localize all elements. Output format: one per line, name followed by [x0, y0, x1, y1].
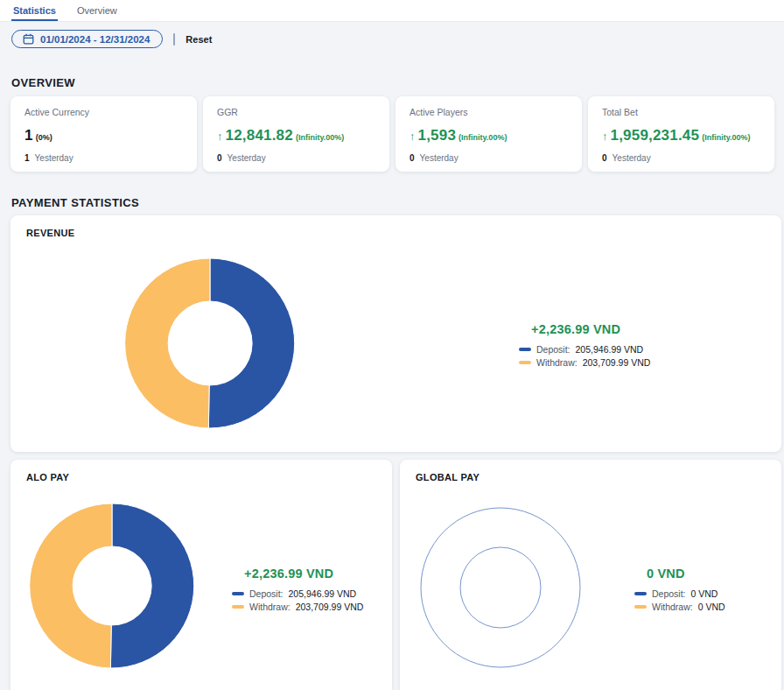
stat-value: 12,841.82	[226, 127, 293, 144]
deposit-swatch-icon	[232, 592, 244, 595]
alo-pay-donut-chart	[29, 503, 195, 672]
stat-percent: (Infinity.00%)	[458, 133, 507, 142]
alo-pay-legend: +2,236.99 VND Deposit: 205,946.99 VND Wi…	[232, 567, 363, 613]
stat-value-row: ↑ 1,593 (Infinity.00%)	[410, 127, 568, 144]
stat-yesterday-row: 1 Yesterday	[24, 153, 183, 163]
yesterday-label: Yesterday	[228, 153, 266, 163]
legend-label: Deposit:	[652, 588, 686, 599]
stat-value-row: ↑ 1,959,231.45 (Infinity.00%)	[602, 127, 760, 144]
legend-value: 0 VND	[691, 588, 718, 599]
alo-pay-panel-title: ALO PAY	[26, 472, 69, 482]
yesterday-label: Yesterday	[420, 153, 458, 163]
legend-label: Withdraw:	[536, 357, 578, 368]
legend-label: Withdraw:	[652, 602, 693, 612]
legend-value: 205,946.99 VND	[289, 588, 357, 599]
yesterday-value: 1	[24, 153, 30, 163]
withdraw-swatch-icon	[519, 361, 531, 364]
date-range-value: 01/01/2024 - 12/31/2024	[40, 34, 150, 45]
stat-card-ggr: GGR ↑ 12,841.82 (Infinity.00%) 0 Yesterd…	[203, 96, 389, 172]
stat-percent: (0%)	[36, 133, 52, 142]
trend-up-icon: ↑	[602, 130, 608, 143]
global-pay-total: 0 VND	[647, 567, 725, 581]
withdraw-swatch-icon	[232, 605, 244, 609]
alo-pay-total: +2,236.99 VND	[244, 567, 363, 581]
legend-row-withdraw: Withdraw: 203,709.99 VND	[519, 356, 650, 369]
global-pay-panel-title: GLOBAL PAY	[416, 472, 480, 482]
revenue-panel: REVENUE +2,236.99 VND Deposit: 205,946.9…	[10, 215, 781, 452]
reset-button[interactable]: Reset	[186, 34, 212, 45]
global-pay-donut-chart	[420, 507, 581, 672]
legend-value: 203,709.99 VND	[583, 357, 651, 368]
yesterday-label: Yesterday	[612, 153, 651, 163]
legend-row-withdraw: Withdraw: 203,709.99 VND	[232, 600, 363, 613]
trend-up-icon: ↑	[217, 130, 223, 143]
stat-label: GGR	[217, 107, 375, 117]
stat-yesterday-row: 0 Yesterday	[217, 153, 375, 163]
stat-card-active-currency: Active Currency 1 (0%) 1 Yesterday	[10, 96, 197, 172]
stat-value: 1	[24, 127, 33, 144]
global-pay-panel: GLOBAL PAY 0 VND Deposit: 0 VND Withdraw…	[400, 460, 781, 690]
date-range-button[interactable]: 01/01/2024 - 12/31/2024	[11, 30, 163, 48]
stat-card-total-bet: Total Bet ↑ 1,959,231.45 (Infinity.00%) …	[588, 96, 774, 172]
revenue-donut-chart	[124, 257, 296, 433]
yesterday-value: 0	[410, 153, 415, 163]
legend-label: Deposit:	[249, 588, 284, 599]
yesterday-label: Yesterday	[35, 153, 74, 163]
deposit-swatch-icon	[634, 592, 647, 595]
tab-statistics[interactable]: Statistics	[11, 1, 58, 21]
overview-heading: OVERVIEW	[0, 76, 784, 89]
top-tab-bar: Statistics Overview	[0, 0, 784, 22]
stat-value-row: ↑ 12,841.82 (Infinity.00%)	[217, 127, 375, 144]
alo-pay-panel: ALO PAY +2,236.99 VND Deposit: 205,946.9…	[10, 460, 392, 690]
withdraw-swatch-icon	[634, 605, 647, 609]
stat-yesterday-row: 0 Yesterday	[410, 153, 568, 163]
revenue-total: +2,236.99 VND	[531, 322, 650, 336]
provider-panels-row: ALO PAY +2,236.99 VND Deposit: 205,946.9…	[10, 460, 781, 690]
legend-row-deposit: Deposit: 0 VND	[634, 587, 725, 600]
legend-label: Withdraw:	[249, 602, 290, 612]
stat-value: 1,593	[418, 127, 457, 144]
overview-cards: Active Currency 1 (0%) 1 Yesterday GGR ↑…	[10, 96, 774, 172]
payment-statistics-heading: PAYMENT STATISTICS	[0, 196, 784, 209]
tab-overview[interactable]: Overview	[75, 1, 119, 21]
stat-percent: (Infinity.00%)	[702, 133, 750, 142]
stat-percent: (Infinity.00%)	[296, 133, 344, 142]
yesterday-value: 0	[217, 153, 222, 163]
stat-value-row: 1 (0%)	[24, 127, 183, 144]
legend-row-withdraw: Withdraw: 0 VND	[634, 600, 725, 613]
legend-value: 203,709.99 VND	[296, 602, 364, 612]
legend-value: 0 VND	[698, 602, 725, 612]
stat-label: Active Players	[410, 107, 568, 117]
legend-row-deposit: Deposit: 205,946.99 VND	[519, 342, 650, 356]
stat-value: 1,959,231.45	[611, 127, 700, 144]
legend-label: Deposit:	[536, 344, 570, 355]
legend-value: 205,946.99 VND	[576, 344, 644, 355]
global-pay-legend: 0 VND Deposit: 0 VND Withdraw: 0 VND	[634, 567, 725, 613]
toolbar-divider	[173, 33, 175, 46]
revenue-panel-title: REVENUE	[26, 228, 74, 238]
yesterday-value: 0	[602, 153, 607, 163]
deposit-swatch-icon	[519, 348, 531, 351]
revenue-legend: +2,236.99 VND Deposit: 205,946.99 VND Wi…	[519, 322, 650, 369]
stat-label: Active Currency	[24, 107, 183, 117]
stat-label: Total Bet	[602, 107, 760, 117]
legend-row-deposit: Deposit: 205,946.99 VND	[232, 587, 363, 600]
calendar-icon	[23, 33, 34, 45]
toolbar: 01/01/2024 - 12/31/2024 Reset	[0, 22, 784, 48]
stat-yesterday-row: 0 Yesterday	[602, 153, 760, 163]
stat-card-active-players: Active Players ↑ 1,593 (Infinity.00%) 0 …	[396, 96, 582, 172]
trend-up-icon: ↑	[410, 130, 416, 143]
